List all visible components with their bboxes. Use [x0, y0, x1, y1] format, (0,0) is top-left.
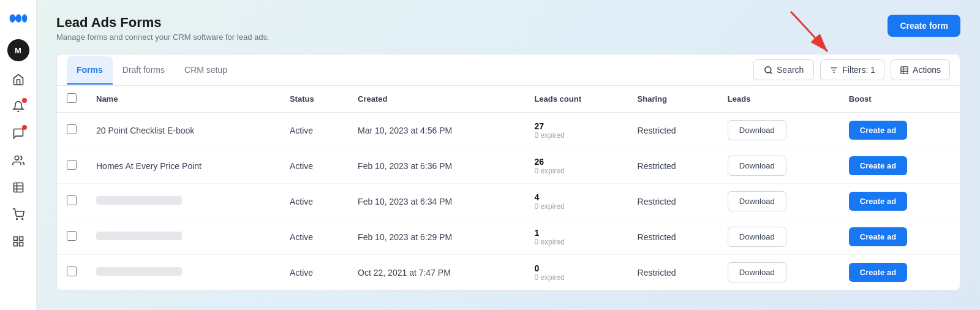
- row-status-cell: Active: [280, 148, 348, 184]
- row-leads-count-cell: 40 expired: [524, 184, 627, 219]
- svg-point-0: [15, 156, 19, 161]
- row-checkbox-cell: [57, 113, 86, 148]
- col-sharing: Sharing: [628, 86, 718, 113]
- sidebar-icon-bell[interactable]: [7, 96, 29, 118]
- row-sharing-cell: Restricted: [628, 148, 718, 184]
- avatar[interactable]: M: [7, 39, 29, 61]
- row-name-cell: 20 Point Checklist E-book: [86, 113, 280, 148]
- table-icon: [900, 66, 909, 75]
- table-row: ActiveFeb 10, 2023 at 6:34 PM40 expiredR…: [57, 184, 960, 219]
- row-checkbox-cell: [57, 219, 86, 255]
- page-header-text: Lead Ads Forms Manage forms and connect …: [56, 15, 270, 42]
- create-ad-button[interactable]: Create ad: [849, 263, 907, 282]
- col-leads: Leads: [718, 86, 839, 113]
- row-created-cell: Oct 22, 2021 at 7:47 PM: [348, 255, 524, 290]
- row-boost-cell: Create ad: [839, 148, 960, 184]
- col-created: Created: [348, 86, 524, 113]
- svg-point-6: [21, 219, 23, 220]
- filters-button[interactable]: Filters: 1: [820, 59, 884, 80]
- blurred-name: [96, 267, 182, 276]
- sidebar-icon-chat[interactable]: [7, 123, 29, 145]
- row-3-checkbox[interactable]: [67, 231, 77, 241]
- search-button[interactable]: Search: [753, 59, 814, 80]
- row-name-cell: [86, 255, 280, 290]
- row-boost-cell: Create ad: [839, 255, 960, 290]
- row-created-cell: Feb 10, 2023 at 6:29 PM: [348, 219, 524, 255]
- actions-button[interactable]: Actions: [891, 59, 950, 80]
- svg-line-13: [770, 72, 772, 74]
- create-form-button[interactable]: Create form: [888, 15, 960, 37]
- page-title: Lead Ads Forms: [56, 15, 270, 31]
- meta-logo: [7, 7, 29, 29]
- create-ad-button[interactable]: Create ad: [849, 156, 907, 175]
- row-sharing-cell: Restricted: [628, 219, 718, 255]
- row-4-checkbox[interactable]: [67, 267, 77, 276]
- download-button[interactable]: Download: [728, 191, 786, 211]
- row-checkbox-cell: [57, 184, 86, 219]
- row-leads-cell: Download: [718, 255, 839, 290]
- sidebar-icon-home[interactable]: [7, 69, 29, 91]
- row-leads-count-cell: 270 expired: [524, 113, 627, 148]
- create-ad-button[interactable]: Create ad: [849, 192, 907, 211]
- col-checkbox: [57, 86, 86, 113]
- forms-table: Name Status Created Leads count Sharing …: [57, 86, 960, 290]
- sidebar-icon-grid[interactable]: [7, 230, 29, 252]
- leads-expired-value: 0 expired: [534, 238, 617, 246]
- table-row: ActiveOct 22, 2021 at 7:47 PM00 expiredR…: [57, 255, 960, 290]
- page-subtitle: Manage forms and connect your CRM softwa…: [56, 32, 270, 42]
- row-sharing-cell: Restricted: [628, 255, 718, 290]
- main-card: Forms Draft forms CRM setup Search: [56, 54, 960, 290]
- col-boost: Boost: [839, 86, 960, 113]
- leads-count-value: 0: [534, 263, 617, 273]
- sidebar-icon-cart[interactable]: [7, 203, 29, 225]
- row-boost-cell: Create ad: [839, 113, 960, 148]
- leads-expired-value: 0 expired: [534, 167, 617, 175]
- row-checkbox-cell: [57, 148, 86, 184]
- tabs-actions-area: Search Filters: 1 Actions: [753, 55, 950, 85]
- svg-rect-1: [13, 183, 23, 192]
- create-ad-button[interactable]: Create ad: [849, 227, 907, 246]
- download-button[interactable]: Download: [728, 262, 786, 282]
- page-header: Lead Ads Forms Manage forms and connect …: [56, 15, 960, 42]
- table-row: 20 Point Checklist E-bookActiveMar 10, 2…: [57, 113, 960, 148]
- row-status-cell: Active: [280, 184, 348, 219]
- row-leads-cell: Download: [718, 184, 839, 219]
- tab-crm-setup[interactable]: CRM setup: [175, 56, 237, 85]
- chat-badge: [22, 125, 27, 130]
- create-ad-button[interactable]: Create ad: [849, 121, 907, 140]
- tab-draft-forms[interactable]: Draft forms: [113, 56, 175, 85]
- leads-expired-value: 0 expired: [534, 273, 617, 282]
- row-created-cell: Feb 10, 2023 at 6:36 PM: [348, 148, 524, 184]
- table-row: Homes At Every Price PointActiveFeb 10, …: [57, 148, 960, 184]
- row-leads-count-cell: 260 expired: [524, 148, 627, 184]
- row-status-cell: Active: [280, 113, 348, 148]
- svg-rect-8: [19, 237, 23, 241]
- row-boost-cell: Create ad: [839, 219, 960, 255]
- row-leads-count-cell: 00 expired: [524, 255, 627, 290]
- col-status: Status: [280, 86, 348, 113]
- main-content: Lead Ads Forms Manage forms and connect …: [37, 0, 980, 310]
- leads-count-value: 26: [534, 157, 617, 167]
- table-header-row: Name Status Created Leads count Sharing …: [57, 86, 960, 113]
- select-all-checkbox[interactable]: [67, 93, 77, 103]
- svg-rect-9: [13, 243, 17, 246]
- svg-rect-7: [13, 237, 17, 241]
- svg-point-5: [16, 219, 17, 220]
- row-sharing-cell: Restricted: [628, 113, 718, 148]
- row-2-checkbox[interactable]: [67, 195, 77, 205]
- leads-count-value: 1: [534, 228, 617, 238]
- download-button[interactable]: Download: [728, 227, 786, 247]
- row-name-cell: [86, 219, 280, 255]
- sidebar-icon-contacts[interactable]: [7, 149, 29, 172]
- row-0-checkbox[interactable]: [67, 124, 77, 134]
- row-checkbox-cell: [57, 255, 86, 290]
- sidebar-icon-reports[interactable]: [7, 176, 29, 198]
- row-name-cell: Homes At Every Price Point: [86, 148, 280, 184]
- row-1-checkbox[interactable]: [67, 160, 77, 170]
- table-row: ActiveFeb 10, 2023 at 6:29 PM10 expiredR…: [57, 219, 960, 255]
- search-icon: [764, 66, 773, 75]
- tab-forms[interactable]: Forms: [67, 56, 113, 85]
- row-created-cell: Feb 10, 2023 at 6:34 PM: [348, 184, 524, 219]
- download-button[interactable]: Download: [728, 156, 786, 176]
- download-button[interactable]: Download: [728, 120, 786, 140]
